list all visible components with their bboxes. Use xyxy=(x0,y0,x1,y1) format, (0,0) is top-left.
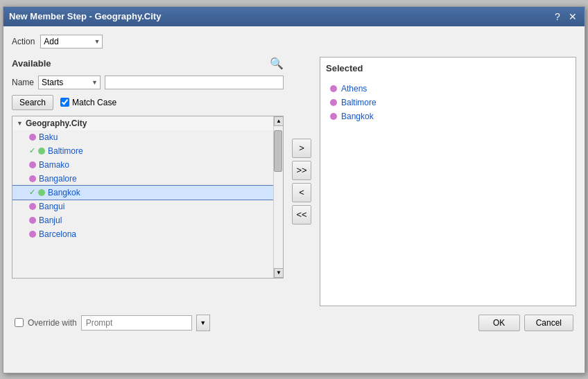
title-bar-buttons: ? ✕ xyxy=(551,10,579,23)
action-select[interactable]: Add Remove Replace xyxy=(40,35,103,49)
remove-one-button[interactable]: < xyxy=(292,183,311,202)
cancel-button[interactable]: Cancel xyxy=(524,315,573,331)
selected-title: Selected xyxy=(326,63,570,73)
dot-baku xyxy=(29,134,36,141)
dot-sel-bangkok xyxy=(330,113,337,120)
prompt-dropdown-button[interactable]: ▼ xyxy=(196,315,210,331)
action-select-wrapper[interactable]: Add Remove Replace xyxy=(40,35,103,49)
tree-item-barcelona-label: Barcelona xyxy=(39,229,76,239)
selected-panel: Selected Athens Baltimore Bangkok xyxy=(320,57,576,306)
search-icon-button[interactable]: 🔍 xyxy=(270,57,284,70)
name-select-wrapper[interactable]: Starts Contains Ends xyxy=(38,76,101,89)
tree-item-bangalore-label: Bangalore xyxy=(39,174,77,184)
available-title: Available 🔍 xyxy=(12,57,284,70)
prompt-input[interactable] xyxy=(81,315,192,330)
help-button[interactable]: ? xyxy=(551,10,564,23)
dot-athens xyxy=(330,85,337,92)
tree-container: ▼ Geography.City Baku ✓ Baltimore xyxy=(12,116,284,279)
tree-item-baku[interactable]: Baku xyxy=(12,130,273,144)
scrollbar-track[interactable]: ▲ ▼ xyxy=(273,116,283,278)
tree-content: ▼ Geography.City Baku ✓ Baltimore xyxy=(12,116,273,278)
dot-baltimore xyxy=(38,148,45,155)
close-button[interactable]: ✕ xyxy=(567,10,579,23)
main-content: Available 🔍 Name Starts Contains Ends xyxy=(12,57,576,306)
selected-title-text: Selected xyxy=(326,63,363,73)
add-one-button[interactable]: > xyxy=(292,139,311,158)
selected-item-bangkok-label: Bangkok xyxy=(341,112,374,121)
tree-item-baku-label: Baku xyxy=(39,132,58,142)
override-label: Override with xyxy=(28,318,77,328)
check-baltimore: ✓ xyxy=(29,146,35,155)
tree-item-barcelona[interactable]: Barcelona xyxy=(12,227,273,241)
add-all-button[interactable]: >> xyxy=(292,161,311,180)
override-checkbox[interactable] xyxy=(15,318,24,327)
bottom-row: Override with ▼ OK Cancel xyxy=(12,315,576,331)
dialog: New Member Step - Geography.City ? ✕ Act… xyxy=(3,6,585,373)
ok-cancel-row: OK Cancel xyxy=(478,315,573,331)
search-button[interactable]: Search xyxy=(12,95,53,110)
available-title-text: Available xyxy=(12,58,51,69)
tree-item-bangui-label: Bangui xyxy=(39,202,64,211)
title-bar: New Member Step - Geography.City ? ✕ xyxy=(3,7,585,26)
selected-item-baltimore-label: Baltimore xyxy=(341,98,377,107)
tree-item-bamako-label: Bamako xyxy=(39,160,69,170)
dot-barcelona xyxy=(29,231,36,238)
tree-item-bangui[interactable]: Bangui xyxy=(12,200,273,213)
ok-button[interactable]: OK xyxy=(478,315,520,331)
arrows-panel: > >> < << xyxy=(289,57,314,306)
selected-items-list: Athens Baltimore Bangkok xyxy=(326,79,570,126)
tree-item-baltimore[interactable]: ✓ Baltimore xyxy=(12,144,273,158)
selected-item-athens-label: Athens xyxy=(341,84,367,94)
tree-item-bangkok-label: Bangkok xyxy=(48,188,80,197)
dot-bangui xyxy=(29,203,36,210)
dialog-title: New Member Step - Geography.City xyxy=(9,11,161,21)
tree-item-baltimore-label: Baltimore xyxy=(48,146,83,156)
scroll-down-arrow[interactable]: ▼ xyxy=(274,268,284,278)
dot-bangkok xyxy=(38,189,45,196)
match-case-row: Match Case xyxy=(60,98,116,107)
tree-item-bangkok[interactable]: ✓ Bangkok xyxy=(12,186,273,200)
search-row: Search Match Case xyxy=(12,95,284,110)
selected-item-baltimore[interactable]: Baltimore xyxy=(326,96,570,109)
selected-item-athens[interactable]: Athens xyxy=(326,82,570,96)
name-label: Name xyxy=(12,78,34,87)
dot-banjul xyxy=(29,217,36,224)
tree-header[interactable]: ▼ Geography.City xyxy=(12,116,273,130)
tree-item-banjul[interactable]: Banjul xyxy=(12,213,273,227)
check-bangkok: ✓ xyxy=(29,188,35,197)
selected-item-bangkok[interactable]: Bangkok xyxy=(326,109,570,123)
dot-bangalore xyxy=(29,175,36,182)
dialog-body: Action Add Remove Replace Available 🔍 Na xyxy=(3,26,585,340)
dot-sel-baltimore xyxy=(330,99,337,106)
override-row: Override with ▼ xyxy=(15,315,210,331)
dot-bamako xyxy=(29,161,36,168)
name-select[interactable]: Starts Contains Ends xyxy=(38,76,101,89)
match-case-checkbox[interactable] xyxy=(60,98,69,107)
match-case-label: Match Case xyxy=(72,98,116,107)
action-row: Action Add Remove Replace xyxy=(12,35,576,49)
tree-item-banjul-label: Banjul xyxy=(39,215,62,225)
scroll-up-arrow[interactable]: ▲ xyxy=(274,116,284,126)
remove-all-button[interactable]: << xyxy=(292,205,311,224)
action-label: Action xyxy=(12,37,35,46)
tree-header-label: Geography.City xyxy=(26,118,87,128)
tree-collapse-icon: ▼ xyxy=(17,120,23,127)
tree-item-bangalore[interactable]: Bangalore xyxy=(12,172,273,186)
scrollbar-thumb[interactable] xyxy=(274,130,282,172)
available-panel: Available 🔍 Name Starts Contains Ends xyxy=(12,57,284,306)
name-input[interactable] xyxy=(105,76,284,89)
tree-item-bamako[interactable]: Bamako xyxy=(12,158,273,172)
name-row: Name Starts Contains Ends xyxy=(12,76,284,89)
